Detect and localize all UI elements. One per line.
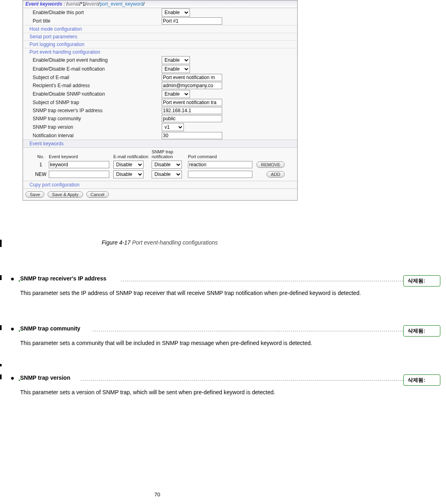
label: SNMP trap receiver's IP address xyxy=(33,108,162,113)
label: Enable/Disable port event handling xyxy=(33,57,162,63)
row-email-subject: Subject of E-mail xyxy=(23,73,297,82)
snmp-community-input[interactable] xyxy=(162,115,222,122)
email-recipient-input[interactable] xyxy=(162,82,222,89)
kw-snmp-select[interactable]: Disable xyxy=(152,161,182,169)
revision-bar xyxy=(0,374,2,379)
kw-cmd-input[interactable] xyxy=(188,161,252,168)
label: Notification interval xyxy=(33,133,162,138)
bullet-body: This parameter sets a version of SNMP tr… xyxy=(20,387,371,398)
save-button[interactable]: Save xyxy=(25,191,44,198)
snmp-ip-input[interactable] xyxy=(162,107,222,114)
label: SNMP trap version xyxy=(33,124,162,130)
link-port-event[interactable]: Port event handling configuration xyxy=(23,48,297,56)
label: Port title xyxy=(33,18,162,24)
row-snmp-version: SNMP trap version v1 xyxy=(23,123,297,132)
snmp-enable-select[interactable]: Enable xyxy=(162,90,190,98)
notif-interval-input[interactable] xyxy=(162,132,222,139)
revision-connector xyxy=(121,281,403,281)
revision-bubble: 삭제됨: xyxy=(403,374,440,386)
bullet-body: This parameter sets the IP address of SN… xyxy=(20,287,371,299)
label: Recipient's E-mail address xyxy=(33,83,162,88)
cancel-button[interactable]: Cancel xyxy=(86,191,109,198)
link-host-mode[interactable]: Host mode configuration xyxy=(23,25,297,33)
link-port-logging[interactable]: Port logging configuration xyxy=(23,40,297,48)
col-email: E-mail notification xyxy=(113,154,152,159)
row-no: NEW xyxy=(33,171,49,177)
bullet-body: This parameter sets a community that wil… xyxy=(20,337,371,349)
bullet-icon: ● xyxy=(10,325,15,333)
revision-bubble: 삭제됨: xyxy=(403,275,440,287)
label: Enable/Disable E-mail notification xyxy=(33,66,162,72)
kw-input[interactable] xyxy=(49,161,109,168)
revision-bar xyxy=(0,325,2,330)
label: Enable/Disable SNMP notification xyxy=(33,91,162,97)
page-number: 70 xyxy=(0,491,315,498)
col-keyword: Event keyword xyxy=(49,154,113,159)
link-serial-params[interactable]: Serial port parameters xyxy=(23,33,297,40)
event-keywords-header: Event keywords xyxy=(23,140,297,148)
revision-bar xyxy=(0,240,2,247)
col-cmd: Port command xyxy=(188,154,256,159)
revision-bubble: 삭제됨: xyxy=(403,325,440,337)
kw-row-new: NEW Disable Disable ADD xyxy=(23,169,297,181)
figure-number: Figure 4-17 xyxy=(102,239,132,246)
email-enable-select[interactable]: Enable xyxy=(162,65,190,73)
kw-email-select[interactable]: Disable xyxy=(113,161,144,169)
kw-email-select-new[interactable]: Disable xyxy=(113,170,144,178)
row-port-title: Port title xyxy=(23,17,297,25)
bullet-title: SNMP trap community xyxy=(20,325,80,332)
revision-connector xyxy=(81,380,403,381)
col-no: No. xyxy=(33,154,49,159)
email-subject-input[interactable] xyxy=(162,74,222,81)
figure-title: Port event-handling configurations xyxy=(132,239,218,246)
label: SNMP trap community xyxy=(33,116,162,121)
port-title-input[interactable] xyxy=(162,17,222,25)
label: Subject of SNMP trap xyxy=(33,100,162,105)
revision-bar xyxy=(0,364,2,366)
config-panel: Event keywords : /serial/*1/event/port_e… xyxy=(23,0,298,201)
row-notification-interval: Notification interval xyxy=(23,132,297,140)
save-apply-button[interactable]: Save & Apply xyxy=(48,191,83,198)
row-snmp-subject: Subject of SNMP trap xyxy=(23,98,297,107)
bullet-title: SNMP trap version xyxy=(20,374,70,381)
row-email-recipient: Recipient's E-mail address xyxy=(23,82,297,90)
row-snmp-enable: Enable/Disable SNMP notification Enable xyxy=(23,90,297,98)
footer-buttons: Save Save & Apply Cancel xyxy=(23,188,297,200)
breadcrumb: Event keywords : /serial/*1/event/port_e… xyxy=(23,0,297,8)
snmp-version-select[interactable]: v1 xyxy=(162,123,184,131)
row-snmp-ip: SNMP trap receiver's IP address xyxy=(23,107,297,115)
revision-connector xyxy=(93,331,403,331)
remove-button[interactable]: REMOVE xyxy=(256,161,285,168)
label: Subject of E-mail xyxy=(33,75,162,80)
kw-table-header: No. Event keyword E-mail notification SN… xyxy=(23,148,297,159)
row-no: 1 xyxy=(33,162,49,167)
document-page: Event keywords : /serial/*1/event/port_e… xyxy=(0,0,446,504)
figure-caption: Figure 4-17 Port event-handling configur… xyxy=(23,239,297,246)
add-button[interactable]: ADD xyxy=(267,171,285,178)
panel-title: Event keywords xyxy=(25,1,62,7)
row-enable-port: Enable/Disable this port Enable xyxy=(23,8,297,17)
row-email-enable: Enable/Disable E-mail notification Enabl… xyxy=(23,65,297,73)
bullet-icon: ● xyxy=(10,374,15,382)
col-snmp: SNMP trap notification xyxy=(152,149,188,159)
label: Enable/Disable this port xyxy=(33,10,162,15)
snmp-subject-input[interactable] xyxy=(162,99,222,106)
enable-port-select[interactable]: Enable xyxy=(162,8,190,17)
kw-snmp-select-new[interactable]: Disable xyxy=(152,170,182,178)
revision-bar xyxy=(0,275,2,280)
kw-cmd-input-new[interactable] xyxy=(188,171,252,178)
bullet-title: SNMP trap receiver's IP address xyxy=(20,275,106,282)
row-snmp-community: SNMP trap community xyxy=(23,115,297,123)
link-copy-port[interactable]: Copy port configuration xyxy=(23,181,297,188)
row-event-handling: Enable/Disable port event handling Enabl… xyxy=(23,56,297,65)
event-handling-select[interactable]: Enable xyxy=(162,56,190,64)
bullet-icon: ● xyxy=(10,275,15,282)
kw-input-new[interactable] xyxy=(49,171,109,178)
kw-row-1: 1 Disable Disable REMOVE xyxy=(23,159,297,169)
